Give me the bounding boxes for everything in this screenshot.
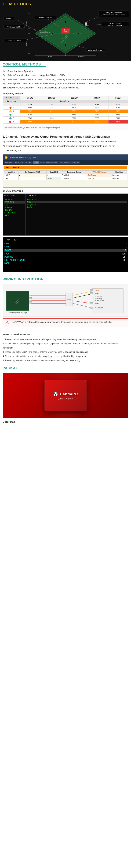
band-F-ch2: 5760 xyxy=(40,117,63,120)
table-row-A: A 5865 5845 5825 5805 5785 xyxy=(3,106,128,110)
svg-text:GND: GND xyxy=(95,292,99,294)
osd-left-panel: BETAFLIGHT PROFILE FEATURES OSD ALARMS R… xyxy=(3,194,26,235)
bf-uart2: UART2 xyxy=(4,177,18,180)
freq-diagram-label: Frequency diagram xyxy=(3,92,128,95)
freq-table: RF POWER LED 25mW 100mW 200mW 400mW Fini… xyxy=(3,96,128,124)
svg-text:25.6mm: 25.6mm xyxy=(26,21,28,27)
matter-3: 3) Please use better VSWR and gain of an… xyxy=(3,350,128,354)
osd-menu-item-back[interactable]: BACK xyxy=(4,214,25,217)
osd2-band-value: A xyxy=(125,242,127,245)
osd-menu-item-alarms[interactable]: ALARMS xyxy=(4,206,25,209)
bf-uart2-cfg: ○ xyxy=(18,177,47,180)
osd-right-panel: FEATURES BLACKBOX OSD AIR_MODE BACK xyxy=(26,194,128,235)
osd2-pitmode-row[interactable]: PITMODE OFF xyxy=(4,256,127,258)
svg-point-18 xyxy=(85,23,87,25)
bf-nav-modes[interactable]: MODES xyxy=(24,161,33,164)
svg-rect-84 xyxy=(90,303,93,304)
bf-nav-osd[interactable]: OSD xyxy=(33,161,39,164)
svg-text:Function Button: Function Button xyxy=(39,17,51,19)
osd2-band-row[interactable]: BAND A xyxy=(4,242,127,245)
svg-point-99 xyxy=(56,393,57,394)
matters-title: Matters need attention xyxy=(3,333,128,336)
bf-col-cfg: Configuration/MSP xyxy=(18,170,47,174)
svg-rect-82 xyxy=(90,289,93,291)
svg-rect-9 xyxy=(42,32,44,33)
bf-port-row-uart2: UART2 ○ SBUS Disabled Disabled Disabled xyxy=(4,177,127,180)
band-B-label: B xyxy=(3,110,20,113)
osd2-band-label: BAND xyxy=(4,242,9,245)
item-details-title: ITEM DETAILS xyxy=(3,2,31,6)
bf-nav-sensors[interactable]: SENSORS xyxy=(70,161,80,164)
bf-col-telemetry: Telemetry Output xyxy=(61,170,87,174)
osd2-power-row[interactable]: POWER 25 xyxy=(4,249,127,252)
svg-line-79 xyxy=(73,301,92,304)
band-R-ch5: 5806 xyxy=(108,120,128,124)
band-R-label: R xyxy=(3,120,20,124)
osd2-power-label: POWER xyxy=(5,249,11,251)
bf-uart1-srx: ○ xyxy=(46,174,61,177)
svg-text:UART (RX): UART (RX) xyxy=(95,307,103,309)
bf-port-row-uart1: UART1 ● ○ Disabled IRC Tramp Disabled xyxy=(4,174,127,177)
svg-rect-69 xyxy=(29,300,32,302)
bf-uart2-vtx: Disabled xyxy=(87,177,112,180)
osd2-back-row[interactable]: BACK xyxy=(4,262,127,265)
osd2-lowpower-row[interactable]: LOW POWER DISARM OFF xyxy=(4,259,127,261)
svg-text:36.6mm: 36.6mm xyxy=(78,56,84,57)
svg-rect-83 xyxy=(90,292,93,294)
bf-col-vtx: VTX (IRC Tramp) xyxy=(87,170,112,174)
svg-point-14 xyxy=(78,33,80,34)
svg-rect-67 xyxy=(29,295,32,296)
matters-list: 1) Please confirm assemble the antenna b… xyxy=(3,337,128,363)
osd-menu-item-features[interactable]: FEATURES xyxy=(4,201,25,204)
osd-feat-back[interactable]: BACK xyxy=(27,206,127,209)
channel-item-1: 1）: Hardware line connection:Connect Vid… xyxy=(3,140,128,144)
osd-menu-item-rclinks[interactable]: RCLINKS xyxy=(4,209,25,211)
osd2-chan-value: 1 xyxy=(125,246,127,248)
osd-menu-item-osd[interactable]: OSD xyxy=(4,204,25,206)
band-R-ch1: 5658 xyxy=(20,120,40,124)
channel-title: 2. Channel、Frequency and Output Power co… xyxy=(3,135,110,138)
band-F-ch3: 5780 xyxy=(63,117,86,120)
osd-feat-blackbox[interactable]: BLACKBOX xyxy=(27,198,127,201)
bf-nav-receiver[interactable]: RECEIVER xyxy=(13,161,24,164)
svg-line-78 xyxy=(73,294,92,298)
matter-2: 2) Please assure operating voltage range… xyxy=(3,342,128,350)
osd-menu-item-globalroot[interactable]: GLOBALROOT xyxy=(4,211,25,214)
bf-col-blackbox: Blackbox xyxy=(112,170,127,174)
osd2-pitmode-value: OFF xyxy=(123,256,127,258)
band-E-ch5: 5885 xyxy=(108,113,128,117)
svg-text:BF: BF xyxy=(5,157,7,158)
channel-item-2: 2）: Ground station software configuratio… xyxy=(3,144,128,153)
bf-uart2-tel: Disabled xyxy=(61,177,87,180)
osd-feat-airmode[interactable]: AIR_MODE xyxy=(27,203,127,206)
band-B-ch2: 5752 xyxy=(40,110,63,113)
svg-rect-10 xyxy=(44,32,46,33)
svg-point-15 xyxy=(64,21,67,23)
svg-text:Power: Power xyxy=(6,18,11,20)
freq-table-notice: The selections in orange requires HAM Li… xyxy=(3,125,128,130)
osd-feat-osd[interactable]: OSD xyxy=(27,201,127,203)
band-E-ch3: 5665 xyxy=(63,113,86,117)
bf-nav-led[interactable]: LED_STRIP xyxy=(59,161,70,164)
svg-line-77 xyxy=(73,291,92,296)
package-brand-name: PandaRC xyxy=(60,392,78,396)
table-row-R: R 5658 5695 5732 5769 5806 xyxy=(3,120,128,124)
table-row-B: B 5733 5752 5771 5790 5809 xyxy=(3,110,128,113)
bf-header: BF BETAFLIGHT Configurator xyxy=(3,154,128,160)
svg-text:(Operating: (Operating xyxy=(95,298,102,300)
bf-uart1-bb: Disabled xyxy=(112,174,127,177)
wiring-diagram: PandaRC VT5804 CONN xyxy=(3,284,128,316)
bf-nav-motors[interactable]: MOTORS xyxy=(4,161,13,164)
sub-header-ch3: CH3 xyxy=(63,103,86,106)
band-B-ch5: 5809 xyxy=(108,110,128,113)
band-A-ch4: 5805 xyxy=(86,106,108,110)
band-R-ch4: 5769 xyxy=(86,120,108,124)
osd-menu-item-profile[interactable]: PROFILE xyxy=(4,198,25,201)
matter-1: 1) Please confirm assemble the antenna b… xyxy=(3,337,128,342)
product-diagram: VTX Power xyxy=(0,8,131,59)
osd2-chan-row[interactable]: CHAN 1 xyxy=(4,246,127,248)
bf-nav-vtx[interactable]: VIDEO_TRANSMITTER xyxy=(39,161,58,164)
package-title: PACKAGE xyxy=(3,366,128,370)
svg-point-21 xyxy=(66,29,67,30)
osd-label: ★ OSD interface xyxy=(3,189,128,192)
